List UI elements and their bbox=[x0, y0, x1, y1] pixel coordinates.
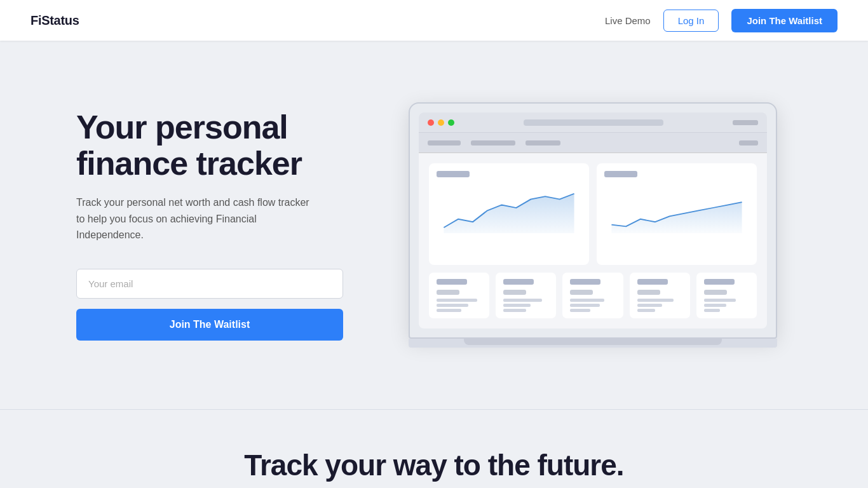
stat-val-4 bbox=[637, 290, 660, 295]
bar-4b bbox=[637, 304, 662, 307]
chart-svg-2 bbox=[604, 182, 749, 233]
chart-fill-2 bbox=[611, 202, 742, 233]
email-input[interactable] bbox=[76, 269, 343, 299]
mock-stat-card-4 bbox=[630, 273, 690, 318]
stat-bars-5 bbox=[704, 299, 749, 312]
bottom-section: Track your way to the future. Your perso… bbox=[0, 409, 868, 488]
chart-svg-1 bbox=[437, 182, 581, 233]
nav-waitlist-button[interactable]: Join The Waitlist bbox=[731, 9, 837, 32]
bottom-title: Track your way to the future. bbox=[0, 448, 868, 482]
mock-chart-label-1 bbox=[437, 171, 470, 177]
stat-title-5 bbox=[704, 279, 735, 285]
mock-stat-card-1 bbox=[429, 273, 489, 318]
hero-content: Your personal finance tracker Track your… bbox=[76, 109, 369, 341]
mock-tb-btn3 bbox=[526, 140, 560, 146]
laptop-illustration bbox=[409, 102, 777, 348]
login-button[interactable]: Log In bbox=[663, 10, 719, 32]
mock-chart-card-1 bbox=[429, 163, 589, 265]
hero-section: Your personal finance tracker Track your… bbox=[0, 41, 868, 409]
stat-title-3 bbox=[570, 279, 600, 285]
stat-bars-1 bbox=[437, 299, 482, 312]
mock-tb-btn2 bbox=[471, 140, 515, 146]
mock-tb-btn1 bbox=[428, 140, 461, 146]
stat-val-3 bbox=[570, 290, 593, 295]
mock-toolbar bbox=[419, 133, 767, 153]
bar-2a bbox=[503, 299, 542, 302]
dot-green bbox=[448, 119, 454, 126]
mock-titlebar bbox=[419, 112, 767, 133]
stat-val-5 bbox=[704, 290, 727, 295]
dot-red bbox=[428, 119, 434, 126]
laptop-base bbox=[409, 339, 777, 348]
nav-right: Live Demo Log In Join The Waitlist bbox=[605, 9, 837, 32]
bar-1b bbox=[437, 304, 468, 307]
bar-5a bbox=[704, 299, 736, 302]
chart-fill-1 bbox=[444, 194, 574, 233]
mock-stat-card-3 bbox=[562, 273, 623, 318]
bar-3b bbox=[570, 304, 599, 307]
mock-stat-card-5 bbox=[696, 273, 757, 318]
hero-title: Your personal finance tracker bbox=[76, 109, 369, 182]
stat-val-2 bbox=[503, 290, 526, 295]
bar-1a bbox=[437, 299, 477, 302]
mock-charts-row bbox=[429, 163, 757, 265]
stat-title-1 bbox=[437, 279, 467, 285]
bar-3a bbox=[570, 299, 604, 302]
bar-5b bbox=[704, 304, 727, 307]
laptop-inner bbox=[419, 112, 767, 329]
laptop-foot bbox=[464, 339, 722, 345]
bar-2b bbox=[503, 304, 531, 307]
stat-val-1 bbox=[437, 290, 459, 295]
mock-stats-row bbox=[429, 273, 757, 318]
bar-1c bbox=[437, 309, 461, 312]
live-demo-link[interactable]: Live Demo bbox=[605, 15, 651, 26]
bar-4a bbox=[637, 299, 674, 302]
dot-yellow bbox=[438, 119, 444, 126]
mock-url bbox=[458, 119, 729, 126]
mock-chart-card-2 bbox=[597, 163, 757, 265]
mock-tb-btn4 bbox=[739, 140, 758, 146]
bar-2c bbox=[503, 309, 526, 312]
logo: FiStatus bbox=[31, 13, 79, 28]
navbar: FiStatus Live Demo Log In Join The Waitl… bbox=[0, 0, 868, 41]
mock-url-bar bbox=[524, 119, 663, 126]
bar-3c bbox=[570, 309, 590, 312]
mock-corner-btn bbox=[733, 120, 758, 125]
bar-4c bbox=[637, 309, 655, 312]
stat-bars-3 bbox=[570, 299, 615, 312]
stat-title-4 bbox=[637, 279, 668, 285]
bar-5c bbox=[704, 309, 720, 312]
hero-visual bbox=[369, 102, 817, 348]
waitlist-button[interactable]: Join The Waitlist bbox=[76, 309, 343, 341]
mock-stat-card-2 bbox=[496, 273, 556, 318]
hero-description: Track your personal net worth and cash f… bbox=[76, 194, 318, 243]
laptop-screen bbox=[409, 102, 777, 339]
mock-content bbox=[419, 153, 767, 329]
mock-chart-label-2 bbox=[604, 171, 637, 177]
stat-title-2 bbox=[503, 279, 534, 285]
stat-bars-4 bbox=[637, 299, 682, 312]
stat-bars-2 bbox=[503, 299, 548, 312]
